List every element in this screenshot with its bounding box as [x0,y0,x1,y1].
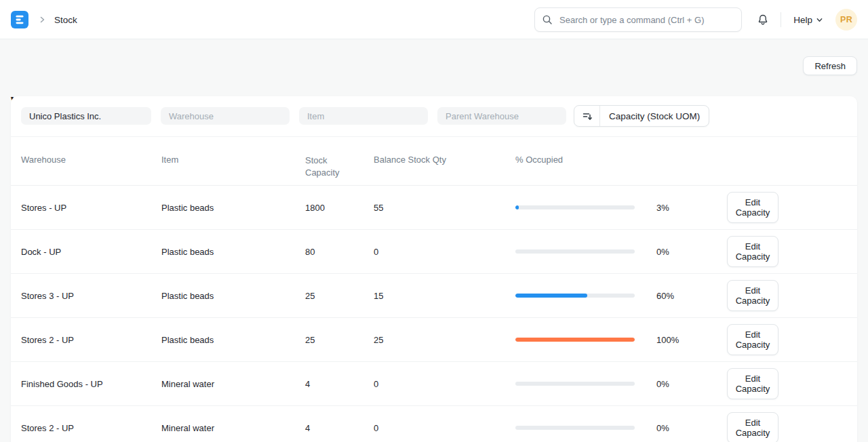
progress-bar-track [515,294,635,298]
cell-stock-capacity: 25 [305,335,374,345]
cell-warehouse: Dock - UP [21,247,161,257]
cell-balance-qty: 25 [374,335,515,345]
cell-warehouse: Stores - UP [21,203,161,213]
edit-capacity-button[interactable]: Edit Capacity [727,280,778,311]
cell-stock-capacity: 1800 [305,203,374,213]
page-head: Warehouse Capacity Summary Refresh [0,39,868,96]
cell-occupancy-bar [515,338,635,342]
cell-balance-qty: 55 [374,203,515,213]
cell-warehouse: Finished Goods - UP [21,379,161,389]
global-search[interactable] [534,7,742,32]
cell-percent-occupied: 100% [635,335,727,345]
cell-percent-occupied: 0% [635,247,727,257]
report-card: Capacity (Stock UOM) Warehouse Item Stoc… [11,96,857,442]
progress-bar-fill [515,205,519,209]
help-label: Help [793,15,812,25]
refresh-button[interactable]: Refresh [803,56,857,75]
breadcrumb-stock[interactable]: Stock [54,15,77,25]
edit-capacity-button[interactable]: Edit Capacity [727,236,778,267]
column-header-stock-capacity: Stock Capacity [305,155,374,179]
edit-capacity-button[interactable]: Edit Capacity [727,324,778,355]
user-avatar[interactable]: PR [835,9,857,31]
cell-percent-occupied: 0% [635,379,727,389]
filter-bar: Capacity (Stock UOM) [11,96,857,137]
search-input[interactable] [558,14,734,26]
navbar: Stock Help PR [0,0,868,39]
cell-actions: Edit Capacity [727,280,847,311]
sort-field-button[interactable]: Capacity (Stock UOM) [600,106,709,126]
cell-occupancy-bar [515,426,635,430]
cell-occupancy-bar [515,294,635,298]
notifications-bell-icon[interactable] [756,13,770,26]
cell-actions: Edit Capacity [727,236,847,267]
cell-warehouse: Stores 2 - UP [21,335,161,345]
company-filter-input[interactable] [21,107,151,125]
table-row: Stores 2 - UP Plastic beads 25 25 100% E… [11,318,857,362]
column-header-balance-stock-qty: Balance Stock Qty [374,155,515,165]
cell-actions: Edit Capacity [727,412,847,442]
cell-actions: Edit Capacity [727,324,847,355]
cell-balance-qty: 0 [374,247,515,257]
cell-occupancy-bar [515,249,635,254]
cell-balance-qty: 15 [374,291,515,301]
breadcrumb-chevron-icon [38,16,46,24]
table-header: Warehouse Item Stock Capacity Balance St… [11,137,857,186]
cell-stock-capacity: 25 [305,291,374,301]
progress-bar-track [515,205,635,209]
cell-occupancy-bar [515,205,635,209]
cell-stock-capacity: 80 [305,247,374,257]
cell-item: Mineral water [161,379,305,389]
cell-item: Plastic beads [161,335,305,345]
cell-actions: Edit Capacity [727,368,847,399]
progress-bar-fill [515,294,587,298]
column-header-warehouse: Warehouse [21,155,161,165]
progress-bar-track [515,426,635,430]
cell-item: Plastic beads [161,203,305,213]
cell-stock-capacity: 4 [305,379,374,389]
table-row: Stores 3 - UP Plastic beads 25 15 60% Ed… [11,274,857,318]
progress-bar-track [515,338,635,342]
sort-direction-button[interactable] [574,106,600,126]
sort-selector: Capacity (Stock UOM) [574,105,709,127]
progress-bar-fill [515,338,635,342]
cell-warehouse: Stores 3 - UP [21,291,161,301]
search-icon [542,14,558,25]
help-menu[interactable]: Help [793,15,823,25]
item-filter-input[interactable] [299,107,428,125]
cell-actions: Edit Capacity [727,192,847,223]
edit-capacity-button[interactable]: Edit Capacity [727,412,778,442]
progress-bar-track [515,382,635,386]
table-row: Finished Goods - UP Mineral water 4 0 0%… [11,362,857,406]
navbar-left: Stock [11,0,77,39]
cell-balance-qty: 0 [374,423,515,433]
cell-stock-capacity: 4 [305,423,374,433]
parent-warehouse-filter-input[interactable] [437,107,566,125]
column-header-percent-occupied: % Occupied [515,155,635,165]
navbar-divider [781,12,781,27]
cell-item: Plastic beads [161,291,305,301]
cell-item: Mineral water [161,423,305,433]
cell-balance-qty: 0 [374,379,515,389]
app-logo-icon[interactable] [11,11,28,28]
edit-capacity-button[interactable]: Edit Capacity [727,192,778,223]
chevron-down-icon [816,16,823,24]
cell-percent-occupied: 0% [635,423,727,433]
progress-bar-track [515,249,635,254]
sort-descending-icon [582,110,593,121]
cell-warehouse: Stores 2 - UP [21,423,161,433]
table-row: Stores 2 - UP Mineral water 4 0 0% Edit … [11,406,857,442]
column-header-item: Item [161,155,305,165]
warehouse-filter-input[interactable] [161,107,290,125]
table-row: Dock - UP Plastic beads 80 0 0% Edit Cap… [11,230,857,274]
table-body: Stores - UP Plastic beads 1800 55 3% Edi… [11,186,857,442]
cell-percent-occupied: 60% [635,291,727,301]
cell-item: Plastic beads [161,247,305,257]
cell-percent-occupied: 3% [635,203,727,213]
navbar-right: Help PR [756,0,857,39]
edit-capacity-button[interactable]: Edit Capacity [727,368,778,399]
table-row: Stores - UP Plastic beads 1800 55 3% Edi… [11,186,857,230]
cell-occupancy-bar [515,382,635,386]
